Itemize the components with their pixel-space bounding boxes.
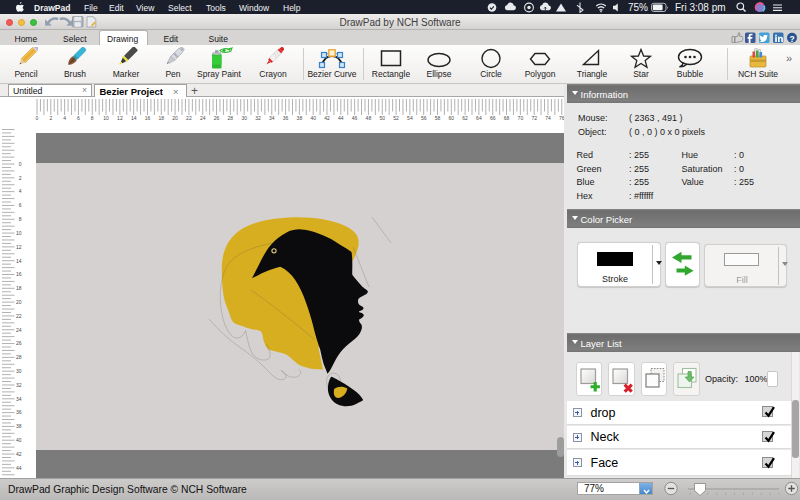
svg-text:?: ? [789, 33, 794, 42]
svg-text:75%: 75% [628, 2, 648, 13]
svg-text:Fri 3:08 pm: Fri 3:08 pm [675, 2, 726, 13]
